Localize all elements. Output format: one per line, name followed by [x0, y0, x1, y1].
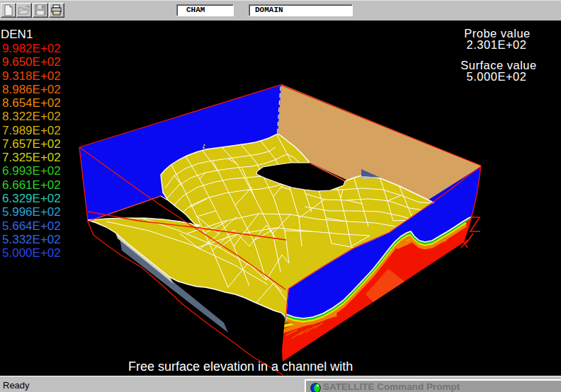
svg-text:DEN1: DEN1 — [1, 28, 33, 41]
svg-text:5.996E+02: 5.996E+02 — [2, 205, 61, 219]
svg-text:8.654E+02: 8.654E+02 — [2, 96, 61, 110]
svg-text:7.989E+02: 7.989E+02 — [2, 124, 61, 137]
svg-text:8.986E+02: 8.986E+02 — [2, 83, 61, 96]
svg-text:7.325E+02: 7.325E+02 — [2, 151, 61, 164]
svg-text:6.661E+02: 6.661E+02 — [2, 178, 61, 192]
svg-text:9.982E+02: 9.982E+02 — [2, 42, 61, 55]
svg-text:Free surface elevation in a ch: Free surface elevation in a channel with — [128, 359, 353, 374]
svg-text:2.301E+02: 2.301E+02 — [467, 38, 527, 51]
svg-text:6.993E+02: 6.993E+02 — [2, 164, 61, 178]
svg-text:6.329E+02: 6.329E+02 — [2, 192, 61, 205]
svg-text:8.322E+02: 8.322E+02 — [2, 110, 61, 123]
svg-text:5.000E+02: 5.000E+02 — [2, 246, 61, 260]
svg-text:5.332E+02: 5.332E+02 — [2, 233, 61, 246]
svg-text:5.664E+02: 5.664E+02 — [2, 219, 61, 233]
svg-text:5.000E+02: 5.000E+02 — [467, 70, 527, 83]
svg-text:7.657E+02: 7.657E+02 — [2, 137, 61, 151]
svg-text:9.650E+02: 9.650E+02 — [2, 55, 61, 69]
svg-text:9.318E+02: 9.318E+02 — [2, 69, 61, 83]
